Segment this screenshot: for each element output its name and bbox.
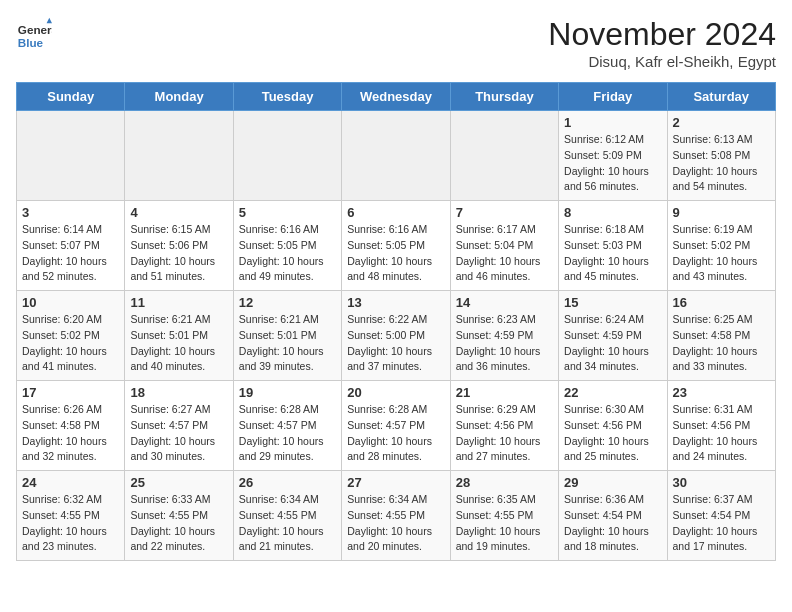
- day-number: 5: [239, 205, 336, 220]
- day-info: Sunrise: 6:15 AM Sunset: 5:06 PM Dayligh…: [130, 222, 227, 285]
- calendar-cell: [233, 111, 341, 201]
- calendar-cell: 23Sunrise: 6:31 AM Sunset: 4:56 PM Dayli…: [667, 381, 775, 471]
- calendar-cell: 8Sunrise: 6:18 AM Sunset: 5:03 PM Daylig…: [559, 201, 667, 291]
- day-info: Sunrise: 6:16 AM Sunset: 5:05 PM Dayligh…: [239, 222, 336, 285]
- day-number: 21: [456, 385, 553, 400]
- logo: General Blue: [16, 16, 52, 52]
- calendar-cell: 30Sunrise: 6:37 AM Sunset: 4:54 PM Dayli…: [667, 471, 775, 561]
- day-number: 22: [564, 385, 661, 400]
- day-info: Sunrise: 6:28 AM Sunset: 4:57 PM Dayligh…: [347, 402, 444, 465]
- calendar-cell: 14Sunrise: 6:23 AM Sunset: 4:59 PM Dayli…: [450, 291, 558, 381]
- calendar-cell: 25Sunrise: 6:33 AM Sunset: 4:55 PM Dayli…: [125, 471, 233, 561]
- week-row-3: 10Sunrise: 6:20 AM Sunset: 5:02 PM Dayli…: [17, 291, 776, 381]
- day-number: 18: [130, 385, 227, 400]
- day-info: Sunrise: 6:13 AM Sunset: 5:08 PM Dayligh…: [673, 132, 770, 195]
- week-row-1: 1Sunrise: 6:12 AM Sunset: 5:09 PM Daylig…: [17, 111, 776, 201]
- day-info: Sunrise: 6:37 AM Sunset: 4:54 PM Dayligh…: [673, 492, 770, 555]
- day-info: Sunrise: 6:28 AM Sunset: 4:57 PM Dayligh…: [239, 402, 336, 465]
- svg-marker-2: [47, 18, 52, 23]
- day-info: Sunrise: 6:22 AM Sunset: 5:00 PM Dayligh…: [347, 312, 444, 375]
- calendar-subtitle: Disuq, Kafr el-Sheikh, Egypt: [548, 53, 776, 70]
- calendar-cell: [125, 111, 233, 201]
- day-number: 11: [130, 295, 227, 310]
- weekday-header-row: SundayMondayTuesdayWednesdayThursdayFrid…: [17, 83, 776, 111]
- day-number: 28: [456, 475, 553, 490]
- day-info: Sunrise: 6:30 AM Sunset: 4:56 PM Dayligh…: [564, 402, 661, 465]
- calendar-cell: 26Sunrise: 6:34 AM Sunset: 4:55 PM Dayli…: [233, 471, 341, 561]
- day-number: 30: [673, 475, 770, 490]
- day-number: 29: [564, 475, 661, 490]
- calendar-cell: 18Sunrise: 6:27 AM Sunset: 4:57 PM Dayli…: [125, 381, 233, 471]
- day-number: 8: [564, 205, 661, 220]
- calendar-cell: 17Sunrise: 6:26 AM Sunset: 4:58 PM Dayli…: [17, 381, 125, 471]
- day-number: 6: [347, 205, 444, 220]
- day-info: Sunrise: 6:21 AM Sunset: 5:01 PM Dayligh…: [239, 312, 336, 375]
- weekday-header-tuesday: Tuesday: [233, 83, 341, 111]
- svg-text:General: General: [18, 23, 52, 36]
- calendar-cell: [17, 111, 125, 201]
- day-number: 12: [239, 295, 336, 310]
- day-info: Sunrise: 6:20 AM Sunset: 5:02 PM Dayligh…: [22, 312, 119, 375]
- calendar-cell: 5Sunrise: 6:16 AM Sunset: 5:05 PM Daylig…: [233, 201, 341, 291]
- calendar-cell: 16Sunrise: 6:25 AM Sunset: 4:58 PM Dayli…: [667, 291, 775, 381]
- calendar-cell: 10Sunrise: 6:20 AM Sunset: 5:02 PM Dayli…: [17, 291, 125, 381]
- week-row-4: 17Sunrise: 6:26 AM Sunset: 4:58 PM Dayli…: [17, 381, 776, 471]
- calendar-cell: 22Sunrise: 6:30 AM Sunset: 4:56 PM Dayli…: [559, 381, 667, 471]
- calendar-cell: 7Sunrise: 6:17 AM Sunset: 5:04 PM Daylig…: [450, 201, 558, 291]
- weekday-header-monday: Monday: [125, 83, 233, 111]
- calendar-cell: 13Sunrise: 6:22 AM Sunset: 5:00 PM Dayli…: [342, 291, 450, 381]
- day-info: Sunrise: 6:24 AM Sunset: 4:59 PM Dayligh…: [564, 312, 661, 375]
- week-row-5: 24Sunrise: 6:32 AM Sunset: 4:55 PM Dayli…: [17, 471, 776, 561]
- calendar-cell: 9Sunrise: 6:19 AM Sunset: 5:02 PM Daylig…: [667, 201, 775, 291]
- calendar-cell: 1Sunrise: 6:12 AM Sunset: 5:09 PM Daylig…: [559, 111, 667, 201]
- calendar-cell: 24Sunrise: 6:32 AM Sunset: 4:55 PM Dayli…: [17, 471, 125, 561]
- calendar-cell: 4Sunrise: 6:15 AM Sunset: 5:06 PM Daylig…: [125, 201, 233, 291]
- day-number: 23: [673, 385, 770, 400]
- calendar-cell: 11Sunrise: 6:21 AM Sunset: 5:01 PM Dayli…: [125, 291, 233, 381]
- day-number: 10: [22, 295, 119, 310]
- calendar-cell: 2Sunrise: 6:13 AM Sunset: 5:08 PM Daylig…: [667, 111, 775, 201]
- day-number: 3: [22, 205, 119, 220]
- title-area: November 2024 Disuq, Kafr el-Sheikh, Egy…: [548, 16, 776, 70]
- day-info: Sunrise: 6:19 AM Sunset: 5:02 PM Dayligh…: [673, 222, 770, 285]
- day-number: 26: [239, 475, 336, 490]
- weekday-header-sunday: Sunday: [17, 83, 125, 111]
- calendar-cell: 21Sunrise: 6:29 AM Sunset: 4:56 PM Dayli…: [450, 381, 558, 471]
- day-info: Sunrise: 6:18 AM Sunset: 5:03 PM Dayligh…: [564, 222, 661, 285]
- calendar-cell: [342, 111, 450, 201]
- day-info: Sunrise: 6:34 AM Sunset: 4:55 PM Dayligh…: [347, 492, 444, 555]
- weekday-header-wednesday: Wednesday: [342, 83, 450, 111]
- day-info: Sunrise: 6:33 AM Sunset: 4:55 PM Dayligh…: [130, 492, 227, 555]
- weekday-header-thursday: Thursday: [450, 83, 558, 111]
- day-info: Sunrise: 6:25 AM Sunset: 4:58 PM Dayligh…: [673, 312, 770, 375]
- day-number: 25: [130, 475, 227, 490]
- week-row-2: 3Sunrise: 6:14 AM Sunset: 5:07 PM Daylig…: [17, 201, 776, 291]
- day-info: Sunrise: 6:29 AM Sunset: 4:56 PM Dayligh…: [456, 402, 553, 465]
- day-number: 17: [22, 385, 119, 400]
- day-number: 4: [130, 205, 227, 220]
- day-info: Sunrise: 6:17 AM Sunset: 5:04 PM Dayligh…: [456, 222, 553, 285]
- calendar-cell: 6Sunrise: 6:16 AM Sunset: 5:05 PM Daylig…: [342, 201, 450, 291]
- calendar-cell: 20Sunrise: 6:28 AM Sunset: 4:57 PM Dayli…: [342, 381, 450, 471]
- day-info: Sunrise: 6:14 AM Sunset: 5:07 PM Dayligh…: [22, 222, 119, 285]
- day-number: 16: [673, 295, 770, 310]
- calendar-cell: 19Sunrise: 6:28 AM Sunset: 4:57 PM Dayli…: [233, 381, 341, 471]
- day-info: Sunrise: 6:34 AM Sunset: 4:55 PM Dayligh…: [239, 492, 336, 555]
- calendar-table: SundayMondayTuesdayWednesdayThursdayFrid…: [16, 82, 776, 561]
- calendar-title: November 2024: [548, 16, 776, 53]
- day-number: 14: [456, 295, 553, 310]
- calendar-cell: 12Sunrise: 6:21 AM Sunset: 5:01 PM Dayli…: [233, 291, 341, 381]
- calendar-cell: [450, 111, 558, 201]
- day-number: 19: [239, 385, 336, 400]
- day-number: 13: [347, 295, 444, 310]
- day-info: Sunrise: 6:35 AM Sunset: 4:55 PM Dayligh…: [456, 492, 553, 555]
- day-number: 24: [22, 475, 119, 490]
- day-info: Sunrise: 6:12 AM Sunset: 5:09 PM Dayligh…: [564, 132, 661, 195]
- day-number: 15: [564, 295, 661, 310]
- page-header: General Blue November 2024 Disuq, Kafr e…: [16, 16, 776, 70]
- calendar-cell: 28Sunrise: 6:35 AM Sunset: 4:55 PM Dayli…: [450, 471, 558, 561]
- logo-icon: General Blue: [16, 16, 52, 52]
- day-number: 1: [564, 115, 661, 130]
- day-info: Sunrise: 6:27 AM Sunset: 4:57 PM Dayligh…: [130, 402, 227, 465]
- day-info: Sunrise: 6:31 AM Sunset: 4:56 PM Dayligh…: [673, 402, 770, 465]
